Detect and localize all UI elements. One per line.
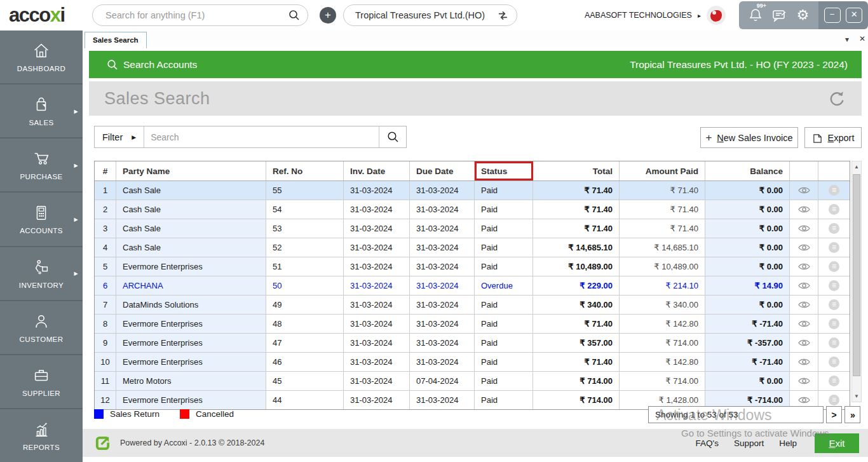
sidebar-item-accounts[interactable]: ACCOUNTS ▶ [0,193,83,247]
column-header-due-date[interactable]: Due Date [410,161,475,180]
settings-button[interactable]: ⚙ [796,8,809,22]
row-menu-icon[interactable]: ≡ [829,376,839,386]
row-menu-icon[interactable]: ≡ [829,299,839,310]
row-menu-icon[interactable]: ≡ [829,261,839,272]
view-invoice-icon[interactable] [798,377,810,385]
table-row[interactable]: 9 Evermore Enterprises 47 31-03-2024 31-… [95,334,850,353]
cell-ref-no: 50 [266,276,344,295]
close-button[interactable]: ✕ [846,8,862,23]
view-invoice-icon[interactable] [798,243,810,252]
sidebar-item-reports[interactable]: REPORTS [0,409,83,462]
row-menu-icon[interactable]: ≡ [829,185,839,196]
search-icon[interactable] [288,10,300,21]
table-search-button[interactable] [379,126,406,147]
minimize-button[interactable]: − [824,8,841,23]
global-search[interactable] [92,4,308,26]
tab-sales-search[interactable]: Sales Search [85,32,147,48]
notifications-button[interactable]: 99+ [749,8,763,23]
sidebar-item-purchase[interactable]: PURCHASE ▶ [0,139,83,193]
module-title[interactable]: Search Accounts [123,59,197,71]
faq-link[interactable]: FAQ's [696,438,719,448]
table-search-input[interactable] [144,132,379,142]
sidebar-item-label: DASHBOARD [17,65,65,72]
avatar[interactable] [707,6,726,25]
sidebar-item-inventory[interactable]: INVENTORY ▶ [0,247,83,301]
help-link[interactable]: Help [779,438,797,448]
view-invoice-icon[interactable] [798,282,810,290]
row-menu-icon[interactable]: ≡ [829,204,839,215]
quick-add-button[interactable]: + [320,7,336,24]
company-selector-label: Tropical Treasures Pvt Ltd.(HO) [355,10,497,20]
table-row[interactable]: 6 ARCHANA 50 31-03-2024 31-03-2024 Overd… [95,276,850,296]
row-menu-icon[interactable]: ≡ [829,280,839,291]
refresh-icon[interactable] [827,89,846,108]
column-header-amount-paid[interactable]: Amount Paid [620,161,705,180]
column-header-inv-date[interactable]: Inv. Date [344,161,410,180]
last-page-button[interactable]: » [844,406,860,423]
row-menu-icon[interactable]: ≡ [829,395,839,405]
home-icon [31,41,51,60]
row-menu-icon[interactable]: ≡ [829,242,839,253]
table-row[interactable]: 1 Cash Sale 55 31-03-2024 31-03-2024 Pai… [95,181,850,200]
table-row[interactable]: 7 DataMinds Solutions 49 31-03-2024 31-0… [95,296,850,315]
scrollbar-thumb[interactable] [853,174,860,376]
table-row[interactable]: 3 Cash Sale 53 31-03-2024 31-03-2024 Pai… [95,219,850,238]
scroll-down-icon[interactable]: ▼ [852,391,861,402]
cell-ref-no: 44 [266,391,344,409]
table-row[interactable]: 10 Evermore Enterprises 46 31-03-2024 31… [95,353,850,372]
view-invoice-icon[interactable] [798,396,810,404]
row-menu-icon[interactable]: ≡ [829,357,839,367]
filter-arrow-icon[interactable]: ▶ [132,134,136,140]
exit-button[interactable]: Exit [815,433,859,453]
account-menu[interactable]: AABASOFT TECHNOLOGIES ▸ [585,0,726,31]
cell-num: 8 [95,315,116,333]
hand-truck-icon [31,258,52,277]
column-header-balance[interactable]: Balance [705,161,790,180]
table-row[interactable]: 2 Cash Sale 54 31-03-2024 31-03-2024 Pai… [95,200,850,219]
export-button[interactable]: Export [804,127,862,148]
column-header-total[interactable]: Total [533,161,620,180]
sidebar-item-dashboard[interactable]: DASHBOARD [0,31,83,85]
tab-close-icon[interactable]: ✕ [859,34,865,43]
table-row[interactable]: 5 Evermore Enterprises 51 31-03-2024 31-… [95,257,850,276]
table-row[interactable]: 11 Metro Motors 45 31-03-2024 07-04-2024… [95,372,850,391]
pagination-status: Showing 1 to 53 of 53 [648,406,824,423]
company-selector[interactable]: Tropical Treasures Pvt Ltd.(HO) [343,4,517,26]
table-row[interactable]: 4 Cash Sale 52 31-03-2024 31-03-2024 Pai… [95,238,850,257]
scroll-up-icon[interactable]: ▲ [852,161,861,172]
new-sales-invoice-button[interactable]: + New Sales Invoice [700,127,798,148]
view-invoice-icon[interactable] [798,301,810,309]
column-header-num[interactable]: # [95,161,116,180]
filter-label[interactable]: Filter [95,132,132,142]
search-accounts-icon [107,59,118,71]
cell-due-date: 07-04-2024 [410,372,475,390]
row-menu-icon[interactable]: ≡ [829,223,839,234]
switch-company-icon[interactable] [497,10,509,22]
row-menu-icon[interactable]: ≡ [829,337,839,348]
view-invoice-icon[interactable] [798,224,810,233]
sidebar-item-supplier[interactable]: SUPPLIER [0,355,83,409]
column-header-ref-no[interactable]: Ref. No [266,161,344,180]
footer: Powered by Accoxi - 2.0.13 © 2018-2024 F… [83,429,868,457]
view-invoice-icon[interactable] [798,320,810,328]
sidebar-item-customer[interactable]: CUSTOMER [0,301,83,355]
sidebar-item-sales[interactable]: SALES ▶ [0,85,83,139]
messages-button[interactable] [772,8,787,22]
view-invoice-icon[interactable] [798,358,810,366]
table-row[interactable]: 8 Evermore Enterprises 48 31-03-2024 31-… [95,315,850,334]
view-invoice-icon[interactable] [798,186,810,194]
table-vertical-scrollbar[interactable]: ▲ ▼ [851,161,862,402]
column-header-party-name[interactable]: Party Name [116,161,266,180]
cell-status: Paid [475,334,533,352]
next-page-button[interactable]: > [826,406,842,423]
tab-list-caret-icon[interactable]: ▾ [845,35,849,44]
cell-party-name: Cash Sale [116,219,266,238]
view-invoice-icon[interactable] [798,205,810,214]
support-link[interactable]: Support [734,438,764,448]
global-search-input[interactable] [104,10,288,21]
row-menu-icon[interactable]: ≡ [829,318,839,329]
table-body: 1 Cash Sale 55 31-03-2024 31-03-2024 Pai… [95,181,850,409]
view-invoice-icon[interactable] [798,262,810,271]
view-invoice-icon[interactable] [798,339,810,347]
column-header-status-highlighted[interactable]: Status [475,161,533,180]
